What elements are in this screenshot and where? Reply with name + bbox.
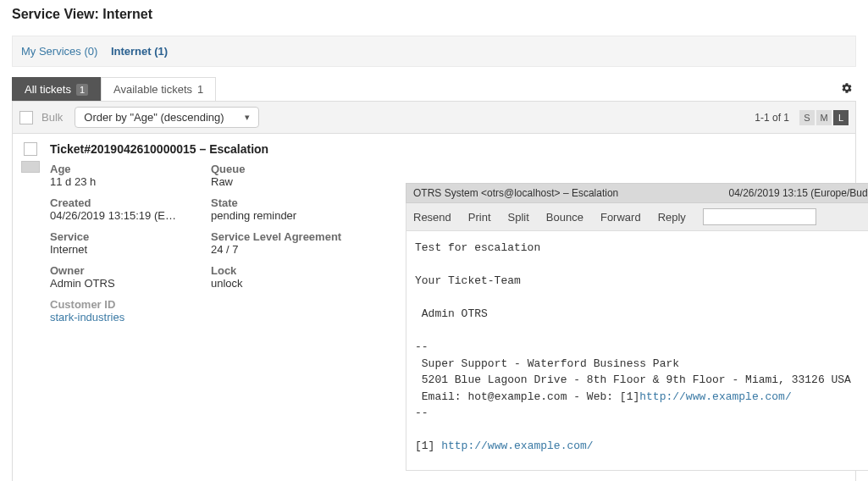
msg-line: -- <box>415 406 428 419</box>
reply-button[interactable]: Reply <box>658 211 686 224</box>
pager-text: 1-1 of 1 <box>755 112 789 124</box>
forward-button[interactable]: Forward <box>600 211 641 224</box>
meta-lock-value: unlock <box>211 277 372 290</box>
gear-icon[interactable] <box>838 79 856 100</box>
message-actions: Resend Print Split Bounce Forward Reply <box>406 203 868 231</box>
msg-line: [1] <box>415 440 441 452</box>
msg-line: Your Ticket-Team <box>415 274 521 287</box>
meta-state-label: State <box>211 196 372 209</box>
meta-queue-value: Raw <box>211 175 372 188</box>
reply-input[interactable] <box>703 208 816 225</box>
print-button[interactable]: Print <box>468 211 491 224</box>
ticket-flag-icon[interactable] <box>21 161 40 173</box>
ticket-panel: Ticket#2019042610000015 – Escalation Age… <box>12 133 856 481</box>
order-select-label: Order by "Age" (descending) <box>84 111 224 124</box>
toolbar: Bulk Order by "Age" (descending) ▾ 1-1 o… <box>12 101 856 133</box>
meta-owner-value: Admin OTRS <box>50 277 177 290</box>
msg-line: Email: hot@example.com - Web: [1] <box>415 390 639 403</box>
resend-button[interactable]: Resend <box>413 211 451 224</box>
message-area: OTRS System <otrs@localhost> – Escalatio… <box>406 183 868 471</box>
meta-customer-label: Customer ID <box>50 298 177 311</box>
meta-age-value: 11 d 23 h <box>50 175 177 188</box>
filter-available-tickets[interactable]: Available tickets 1 <box>101 77 216 101</box>
meta-age-label: Age <box>50 163 177 175</box>
message-header: OTRS System <otrs@localhost> – Escalatio… <box>406 183 868 203</box>
meta-owner-label: Owner <box>50 264 177 277</box>
tab-my-services[interactable]: My Services (0) <box>21 45 97 58</box>
message-body: Test for escalation Your Ticket-Team Adm… <box>406 231 868 471</box>
msg-line: 5201 Blue Lagoon Drive - 8th Floor & 9th… <box>415 373 851 386</box>
msg-line: -- <box>415 340 428 353</box>
meta-state-value: pending reminder <box>211 209 372 222</box>
msg-line: Test for escalation <box>415 241 540 254</box>
meta-sla-label: Service Level Agreement <box>211 230 372 243</box>
order-select[interactable]: Order by "Age" (descending) ▾ <box>75 107 258 128</box>
size-l-button[interactable]: L <box>833 110 849 125</box>
msg-line: Admin OTRS <box>415 307 488 320</box>
bulk-label: Bulk <box>41 111 63 124</box>
page-title: Service View: Internet <box>12 7 856 22</box>
size-s-button[interactable]: S <box>799 110 815 125</box>
meta-queue-label: Queue <box>211 163 372 175</box>
filter-available-label: Available tickets <box>113 83 192 96</box>
meta-created-label: Created <box>50 196 177 209</box>
tab-internet[interactable]: Internet (1) <box>111 45 168 58</box>
msg-link-2[interactable]: http://www.example.com/ <box>441 440 593 452</box>
service-tabs: My Services (0) Internet (1) <box>12 36 856 67</box>
select-all-checkbox[interactable] <box>19 111 33 124</box>
split-button[interactable]: Split <box>508 211 529 224</box>
meta-sla-value: 24 / 7 <box>211 243 372 256</box>
meta-customer-value[interactable]: stark-industries <box>50 311 177 323</box>
bounce-button[interactable]: Bounce <box>546 211 583 224</box>
meta-service-value: Internet <box>50 243 177 256</box>
meta-created-value: 04/26/2019 13:15:19 (Eur... <box>50 209 177 222</box>
ticket-title[interactable]: Ticket#2019042610000015 – Escalation <box>50 142 868 156</box>
meta-lock-label: Lock <box>211 264 372 277</box>
size-m-button[interactable]: M <box>816 110 832 125</box>
chevron-down-icon: ▾ <box>245 112 250 123</box>
message-date: 04/26/2019 13:15 (Europe/Budapest) <box>729 187 868 199</box>
filter-row: All tickets 1 Available tickets 1 <box>12 77 856 101</box>
size-buttons: S M L <box>799 110 849 125</box>
filter-all-label: All tickets <box>25 83 71 96</box>
filter-all-tickets[interactable]: All tickets 1 <box>12 77 101 101</box>
filter-available-count: 1 <box>197 83 203 96</box>
msg-link-1[interactable]: http://www.example.com/ <box>639 390 791 403</box>
meta-service-label: Service <box>50 230 177 243</box>
message-from: OTRS System <otrs@localhost> – Escalatio… <box>413 187 618 199</box>
filter-all-count: 1 <box>76 84 88 96</box>
msg-line: Super Support - Waterford Business Park <box>415 357 679 370</box>
ticket-checkbox[interactable] <box>24 142 37 156</box>
